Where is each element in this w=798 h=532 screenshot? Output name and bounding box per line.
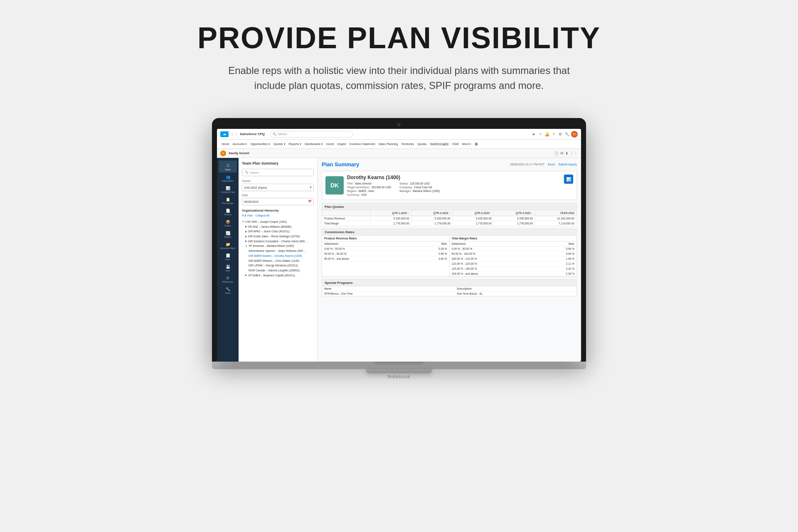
- home-icon: ⌂: [226, 162, 229, 168]
- col-attainment: Attainment: [450, 241, 540, 246]
- nav-more[interactable]: More ▾: [461, 143, 472, 146]
- period-select[interactable]: JUN-2022 (Open) ▾: [242, 184, 314, 191]
- search-text: Search: [250, 171, 259, 174]
- nav-quotes[interactable]: Quotes ▾: [272, 143, 287, 146]
- sf-app-name: Salesforce CPQ: [240, 132, 265, 136]
- row-product-q4: 5,335,500.00: [494, 216, 535, 221]
- sidebar-item-home[interactable]: ⌂ Home: [219, 160, 237, 172]
- expand-icon: ▼: [242, 219, 244, 224]
- mail-icon[interactable]: ✉: [560, 151, 564, 155]
- col-description: Description: [455, 286, 576, 291]
- grid-view-icon[interactable]: ⋮⋮: [570, 151, 578, 155]
- col-header-q4: QTR-4-2022 ↑: [494, 210, 535, 216]
- sf-search-bar[interactable]: 🔍 Search...: [270, 131, 353, 138]
- col-header-year: YEAR-2022: [535, 210, 577, 216]
- col-rate: Rate: [411, 241, 449, 246]
- nav-dashboards[interactable]: Dashboards ▾: [303, 143, 324, 146]
- org-item-latam[interactable]: DIR LATAM – George Mendoza (201011): [242, 263, 314, 268]
- sidebar-item-organization[interactable]: 👥 Organization: [219, 173, 237, 184]
- laptop-screen: ☁ ⋮⋮ Salesforce CPQ 🔍 Search... ★ ＋ 🔔 ? …: [217, 129, 581, 362]
- table-row: 100.00 % - 110.00 % 1.69 %: [450, 256, 577, 261]
- title-row: Title: Sales Director: [347, 182, 391, 185]
- plan-quotas-table: QTR-1-2022 ↑ QTR-2-2022 ↑ QTR-3-2022 ↑ Q…: [322, 210, 577, 226]
- sidebar-item-company-data[interactable]: 📊 Company Data: [219, 185, 237, 195]
- person-region: AMER - East: [358, 190, 374, 192]
- org-item-admin-spanish[interactable]: Administrator Spanish – Jadyn Medrano (5…: [242, 249, 314, 254]
- col-header-empty: [322, 210, 370, 216]
- nav-accounts[interactable]: Accounts ▾: [232, 143, 249, 146]
- org-item-canada[interactable]: MGR Canada – Sabrina Laughlin (106001): [242, 268, 314, 273]
- org-item-inside-sales[interactable]: ▶ DIR Inside Sales – Reina Santiago (107…: [242, 234, 314, 239]
- xactly-brand: Xactly Incent: [229, 151, 249, 155]
- download-icon[interactable]: ⬇: [565, 151, 569, 155]
- nav-sales-planning[interactable]: Sales Planning: [377, 143, 399, 145]
- org-item-apac[interactable]: ▶ DIR APAC – Jason Chao (401011): [242, 229, 314, 234]
- bell-icon[interactable]: 🔔: [544, 132, 549, 137]
- laptop-base: [212, 362, 586, 369]
- person-target: 150,000.00 USD: [371, 186, 391, 189]
- nav-settings-icon[interactable]: ⚙: [475, 142, 478, 146]
- company-data-icon: 📊: [226, 186, 230, 190]
- search-box[interactable]: 🔍 Search: [242, 169, 314, 176]
- nav-territories[interactable]: Territories: [400, 143, 415, 145]
- excel-link[interactable]: Excel: [548, 163, 555, 166]
- nav-incent-login[interactable]: Incent (Login): [429, 143, 450, 145]
- org-item-cso[interactable]: ▼ CSO WW – Joseph Cooper (1001): [242, 219, 314, 224]
- nav-incentive-statement[interactable]: Incentive Statement: [348, 143, 377, 145]
- sidebar-item-docs[interactable]: 📃 Docs: [219, 252, 237, 262]
- hero-title: PROVIDE PLAN VISIBILITY: [8, 21, 790, 55]
- grid-icon[interactable]: ⋮⋮: [231, 132, 239, 136]
- full-view-link[interactable]: Full View: [242, 214, 253, 217]
- nav-reports[interactable]: Reports ▾: [288, 143, 303, 146]
- org-item-amer-eastern[interactable]: DIR AMER Eastern – Dorothy Kearns (1400): [242, 254, 314, 259]
- sidebar-item-preferences[interactable]: ⚙ Preferences: [219, 274, 237, 285]
- organization-icon: 👥: [226, 175, 230, 179]
- history-icon[interactable]: 🕐: [554, 151, 559, 155]
- laptop-foot: [212, 369, 586, 373]
- star-icon[interactable]: ★: [531, 132, 536, 137]
- expand-icon: ▼: [245, 244, 248, 249]
- row-product-q2: 5,335,500.00: [411, 216, 453, 221]
- data-icon: 💾: [226, 265, 230, 269]
- org-item-amer-western[interactable]: DIR AMER Western – Chris Walker (1100): [242, 259, 314, 264]
- person-salary: 125,000.00 USD: [410, 182, 430, 185]
- sidebar-item-plan-design[interactable]: 📋 Plan Design: [219, 196, 237, 206]
- org-item-anz[interactable]: ▶ DR ANZ – James Williams (800880): [242, 224, 314, 229]
- setup-icon[interactable]: 🔧: [564, 132, 569, 137]
- chart-icon[interactable]: 📊: [564, 175, 573, 184]
- total-margin-title: Total Margin Rates: [450, 236, 577, 241]
- collapse-all-link[interactable]: Collapse All: [255, 214, 269, 217]
- sidebar-item-setup[interactable]: 🔧 Setup: [219, 286, 237, 296]
- submit-inquiry-link[interactable]: Submit Inquiry: [558, 163, 577, 166]
- date-input[interactable]: 06/30/2022 📅: [242, 198, 314, 205]
- nav-inspire[interactable]: Inspire: [336, 143, 347, 145]
- plus-icon[interactable]: ＋: [538, 132, 543, 137]
- row-total-margin-label: Total Margin: [322, 221, 370, 226]
- expand-icon: ▶: [245, 239, 247, 244]
- org-item-emea[interactable]: ▶ VP EMEA – Stephano Capelli (301011): [242, 273, 314, 278]
- sidebar-item-document-mgmt[interactable]: 📁 Document Mgmt: [219, 241, 237, 251]
- nav-opportunities[interactable]: Opportunities ▾: [249, 143, 271, 146]
- nav-osm[interactable]: OSM: [451, 143, 460, 145]
- sidebar-item-reports[interactable]: 📄 Reports: [219, 207, 237, 217]
- results-icon: 📈: [226, 231, 230, 235]
- row-product-q3: 5,335,500.00: [453, 216, 494, 221]
- sidebar-item-orders[interactable]: 📦 Orders: [219, 218, 237, 229]
- gear-icon[interactable]: ⚙: [558, 132, 563, 137]
- sp-description: One Time Bonus - SL: [455, 291, 576, 296]
- sidebar-item-data[interactable]: 💾 Data: [219, 263, 237, 273]
- org-item-solutions[interactable]: ▶ DIR Solutions Consultant – Charles Har…: [242, 239, 314, 244]
- region-row: Region: AMER - East: [347, 190, 391, 192]
- table-row: 0.00 % - 50.00 % 0.84 %: [450, 246, 577, 251]
- nav-incent[interactable]: Incent: [325, 143, 335, 145]
- row-margin-q4: 1,778,500.00: [494, 221, 535, 226]
- nav-quotas[interactable]: Quotas: [416, 143, 428, 145]
- org-item-vp-americas[interactable]: ▼ VP Americas – Barbara Wilson (1000): [242, 244, 314, 249]
- person-currency: USD: [361, 193, 367, 196]
- sidebar-item-results[interactable]: 📈 Results: [219, 229, 237, 240]
- nav-home[interactable]: Home: [220, 143, 231, 145]
- user-avatar[interactable]: JC: [571, 131, 578, 138]
- help-icon[interactable]: ?: [551, 132, 556, 137]
- sf-topbar: ☁ ⋮⋮ Salesforce CPQ 🔍 Search... ★ ＋ 🔔 ? …: [217, 129, 581, 140]
- product-revenue-title: Product Revenue Rates: [322, 236, 449, 241]
